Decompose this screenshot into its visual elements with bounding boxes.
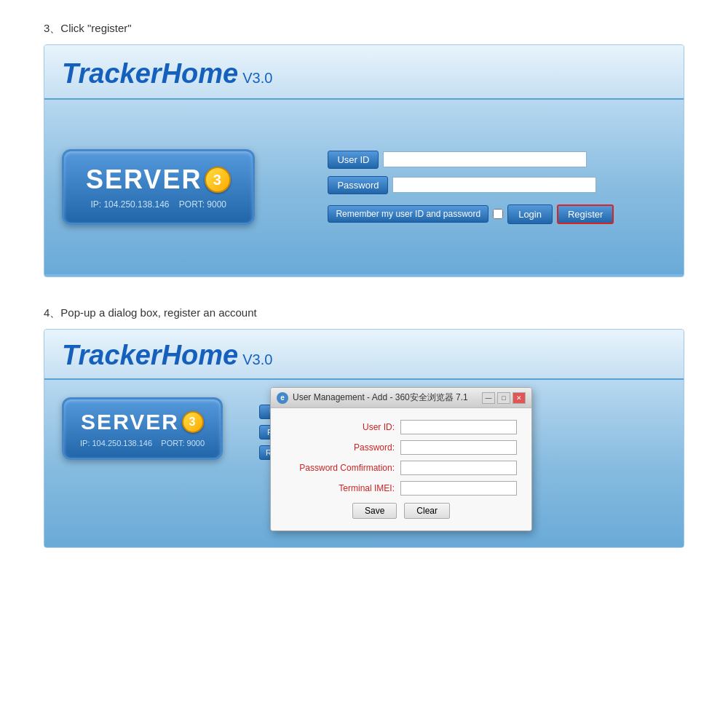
page-container: 3、Click "register" TrackerHome V3.0 SERV… [0, 0, 728, 570]
server-ip-port: IP: 104.250.138.146 PORT: 9000 [86, 199, 231, 210]
server-port: PORT: 9000 [179, 199, 226, 210]
server-badge-2: SERVER 3 IP: 104.250.138.146 PORT: 9000 [62, 397, 223, 460]
dialog-titlebar: e User Management - Add - 360安全浏览器 7.1 —… [271, 388, 531, 408]
step3-label: 3、Click "register" [44, 22, 684, 36]
dialog-userid-input[interactable] [400, 420, 517, 434]
remember-row: Remember my user ID and password Login R… [328, 204, 614, 224]
dialog-imei-input[interactable] [400, 481, 517, 496]
userid-input[interactable] [383, 151, 587, 167]
dialog-save-btn[interactable]: Save [352, 503, 397, 519]
userid-label: User ID [328, 151, 379, 169]
register-button[interactable]: Register [557, 204, 614, 224]
tracker-title-main-2: TrackerHome [62, 340, 238, 371]
server-number: 3 [205, 167, 231, 193]
password-input[interactable] [392, 177, 596, 193]
server-number-2: 3 [182, 411, 204, 433]
server-badge: SERVER 3 IP: 104.250.138.146 PORT: 9000 [62, 149, 255, 225]
dialog-window-buttons: — □ ✕ [482, 392, 526, 404]
server-name: SERVER [86, 164, 202, 195]
dialog-confirm-input[interactable] [400, 461, 517, 475]
server-name-2: SERVER [81, 410, 179, 434]
login-form: User ID Password Remember my user ID and… [284, 151, 666, 224]
dialog-app-icon: e [277, 392, 288, 404]
tracker-title-main: TrackerHome [62, 58, 238, 90]
tracker-panel-2: TrackerHome V3.0 SERVER 3 IP: 104.250.13… [44, 329, 684, 548]
dialog-maximize-btn[interactable]: □ [497, 392, 510, 404]
server-badge-title: SERVER 3 [86, 164, 231, 195]
server-port-2: PORT: 9000 [161, 439, 205, 448]
password-row: Password [328, 176, 596, 194]
login-button[interactable]: Login [507, 204, 553, 224]
tracker-header-2: TrackerHome V3.0 [44, 330, 684, 380]
dialog-imei-label: Terminal IMEI: [285, 483, 395, 493]
dialog-content: User ID: Password: Password Comfirmation… [271, 408, 531, 530]
remember-label: Remember my user ID and password [328, 205, 488, 223]
step4-label: 4、Pop-up a dialog box, register an accou… [44, 306, 684, 320]
dialog-clear-btn[interactable]: Clear [404, 503, 450, 519]
tracker-body: SERVER 3 IP: 104.250.138.146 PORT: 9000 … [44, 100, 684, 274]
dialog-password-input[interactable] [400, 440, 517, 455]
password-label: Password [328, 176, 388, 194]
dialog-userid-row: User ID: [285, 420, 517, 434]
dialog-minimize-btn[interactable]: — [482, 392, 495, 404]
server-ip-port-2: IP: 104.250.138.146 PORT: 9000 [80, 439, 205, 448]
dialog-imei-row: Terminal IMEI: [285, 481, 517, 496]
remember-checkbox[interactable] [493, 209, 503, 219]
dialog-confirm-label: Password Comfirmation: [285, 463, 395, 473]
dialog-password-label: Password: [285, 442, 395, 453]
userid-row: User ID [328, 151, 587, 169]
dialog-userid-label: User ID: [285, 422, 395, 432]
tracker-title: TrackerHome V3.0 [62, 58, 666, 90]
tracker-panel-1: TrackerHome V3.0 SERVER 3 IP: 104.250.13… [44, 44, 684, 277]
dialog-title: User Management - Add - 360安全浏览器 7.1 [293, 391, 478, 404]
tracker-title-version: V3.0 [242, 70, 272, 87]
tracker-title-2: TrackerHome V3.0 [62, 340, 666, 371]
server-badge-title-2: SERVER 3 [80, 410, 205, 434]
dialog-confirm-row: Password Comfirmation: [285, 461, 517, 475]
dialog-password-row: Password: [285, 440, 517, 455]
dialog-close-btn[interactable]: ✕ [513, 392, 526, 404]
dialog-buttons: Save Clear [285, 503, 517, 519]
register-dialog: e User Management - Add - 360安全浏览器 7.1 —… [270, 387, 532, 531]
server-ip: IP: 104.250.138.146 [90, 199, 169, 210]
dialog-overlay: e User Management - Add - 360安全浏览器 7.1 —… [270, 387, 532, 531]
server-ip-2: IP: 104.250.138.146 [80, 439, 152, 448]
section2-body: SERVER 3 IP: 104.250.138.146 PORT: 9000 … [44, 380, 684, 547]
tracker-title-version-2: V3.0 [242, 351, 272, 368]
tracker-header: TrackerHome V3.0 [44, 45, 684, 100]
